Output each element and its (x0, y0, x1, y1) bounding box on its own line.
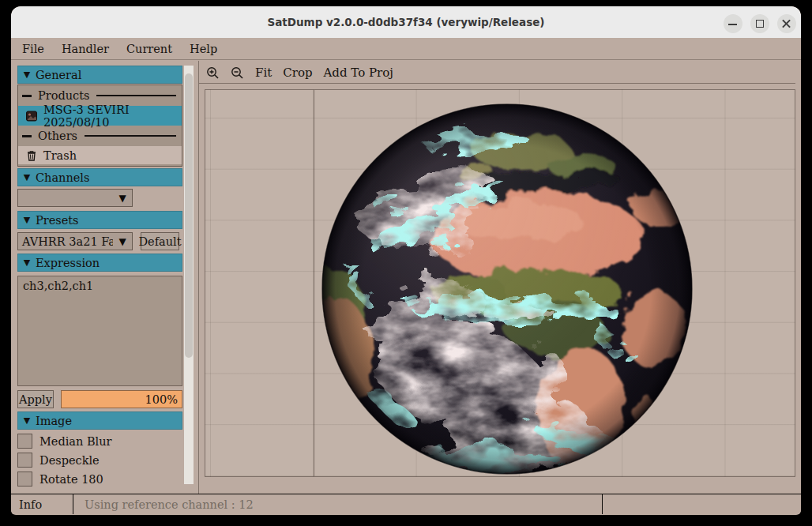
status-message: Using reference channel : 12 (73, 494, 603, 514)
progress-value: 100% (145, 393, 178, 406)
channel-select-combo[interactable]: ▼ (17, 189, 133, 207)
image-section-header[interactable]: ▼ Image (17, 411, 182, 430)
viewer-toolbar: Fit Crop Add To Proj (206, 63, 393, 82)
toolbar-separator (199, 83, 795, 84)
tree-collapse-icon (22, 135, 32, 137)
tree-node-others[interactable]: Others (18, 126, 182, 146)
chevron-down-icon: ▼ (113, 236, 132, 247)
close-button[interactable] (777, 14, 796, 33)
trash-label: Trash (43, 149, 77, 162)
apply-button[interactable]: Apply (17, 390, 54, 408)
presets-section-header[interactable]: ▼ Presets (17, 211, 182, 229)
selected-product-label: MSG-3 SEVIRI 2025/08/10 (43, 103, 182, 129)
window-title: SatDump v2.0.0-d0db37f34 (verywip/Releas… (11, 6, 801, 38)
status-info-label: Info (11, 494, 73, 514)
menu-handler[interactable]: Handler (53, 43, 118, 55)
despeckle-label: Despeckle (39, 454, 100, 467)
handler-tree: Products MSG-3 SEVIRI 2025/08/10 Others (17, 85, 182, 167)
image-header-label: Image (36, 415, 72, 427)
rotate-180-checkbox[interactable] (17, 472, 32, 487)
median-blur-label: Median Blur (39, 435, 112, 448)
preset-select-combo[interactable]: AVHRR 3a21 Fals ▼ (17, 232, 133, 250)
sidebar: ▼ General Products MSG-3 SEVIRI 2025/08/… (17, 66, 182, 490)
chevron-down-icon: ▼ (113, 193, 132, 204)
tree-item-trash[interactable]: Trash (18, 146, 182, 164)
median-blur-row: Median Blur (17, 434, 182, 449)
earth-satellite-image (321, 103, 694, 475)
progress-bar: 100% (61, 390, 182, 408)
app-window: SatDump v2.0.0-d0db37f34 (verywip/Releas… (11, 6, 801, 515)
menu-current[interactable]: Current (118, 43, 181, 55)
apply-row: Apply 100% (17, 390, 182, 408)
tree-rule (96, 95, 176, 97)
zoom-out-icon[interactable] (231, 66, 244, 80)
maximize-button[interactable] (750, 14, 769, 33)
minimize-button[interactable] (724, 14, 742, 33)
presets-header-label: Presets (36, 214, 79, 227)
tree-collapse-icon (22, 95, 32, 97)
add-to-proj-button[interactable]: Add To Proj (324, 66, 393, 80)
preset-combo-value: AVHRR 3a21 Fals (18, 235, 113, 248)
fit-button[interactable]: Fit (255, 66, 272, 80)
menu-file[interactable]: File (13, 43, 53, 55)
expression-section-header[interactable]: ▼ Expression (17, 254, 182, 272)
tree-item-msg3-seviri[interactable]: MSG-3 SEVIRI 2025/08/10 (18, 106, 182, 126)
zoom-in-icon[interactable] (206, 66, 220, 80)
crop-button[interactable]: Crop (283, 66, 312, 80)
maximize-icon (756, 20, 764, 28)
rotate-180-row: Rotate 180 (17, 472, 182, 487)
despeckle-checkbox[interactable] (17, 453, 32, 468)
collapse-arrow-icon: ▼ (18, 257, 36, 268)
median-blur-checkbox[interactable] (17, 434, 32, 449)
default-button[interactable]: Default (141, 232, 179, 250)
product-image-icon (25, 110, 38, 122)
sidebar-scrollbar[interactable] (184, 66, 194, 484)
status-bar: Info Using reference channel : 12 (11, 494, 801, 514)
others-label: Others (38, 130, 77, 142)
general-section-header[interactable]: ▼ General (17, 66, 182, 84)
image-viewport[interactable] (205, 89, 795, 477)
title-bar[interactable]: SatDump v2.0.0-d0db37f34 (verywip/Releas… (11, 6, 801, 38)
rotate-180-label: Rotate 180 (39, 473, 103, 486)
general-header-label: General (36, 69, 81, 81)
expression-textarea[interactable]: ch3,ch2,ch1 (17, 276, 182, 386)
collapse-arrow-icon: ▼ (18, 415, 36, 426)
collapse-arrow-icon: ▼ (18, 172, 36, 182)
sidebar-scrollbar-thumb[interactable] (185, 73, 193, 358)
menu-help[interactable]: Help (181, 43, 226, 55)
expression-header-label: Expression (36, 257, 100, 269)
trash-icon (25, 149, 38, 162)
collapse-arrow-icon: ▼ (18, 215, 36, 225)
tree-rule (85, 135, 176, 137)
channels-header-label: Channels (36, 171, 89, 184)
despeckle-row: Despeckle (17, 453, 182, 468)
collapse-arrow-icon: ▼ (18, 70, 36, 80)
pane-divider (198, 61, 199, 494)
channels-section-header[interactable]: ▼ Channels (17, 168, 182, 186)
status-spacer (603, 494, 801, 514)
minimize-icon (728, 24, 737, 25)
menu-bar: File Handler Current Help (11, 38, 801, 60)
presets-row: AVHRR 3a21 Fals ▼ Default (17, 232, 182, 250)
products-label: Products (38, 89, 89, 102)
